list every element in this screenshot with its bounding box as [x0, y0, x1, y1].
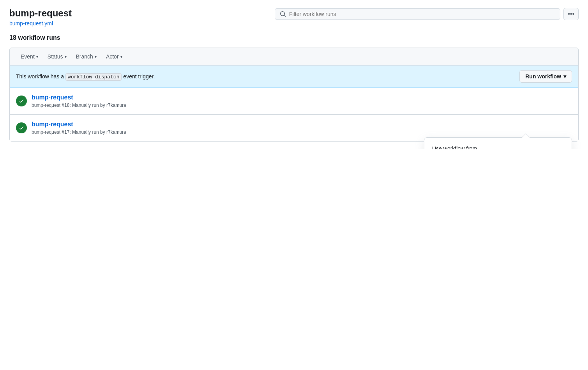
- event-chevron-icon: ▾: [36, 55, 38, 59]
- more-options-button[interactable]: •••: [563, 8, 579, 20]
- dispatch-banner: This workflow has a workflow_dispatch ev…: [10, 66, 578, 88]
- status-filter-label: Status: [48, 53, 63, 60]
- search-box: [275, 8, 560, 20]
- event-filter-label: Event: [21, 53, 35, 60]
- branch-chevron-icon: ▾: [95, 55, 97, 59]
- run-workflow-button[interactable]: Run workflow ▾: [519, 70, 572, 83]
- actor-filter-button[interactable]: Actor ▾: [101, 52, 127, 61]
- page-title: bump-request: [9, 8, 72, 19]
- status-filter-button[interactable]: Status ▾: [43, 52, 71, 61]
- run-info: bump-request bump-request #18: Manually …: [32, 94, 126, 108]
- event-filter-button[interactable]: Event ▾: [16, 52, 43, 61]
- run-workflow-popup: Use workflow from Branch: main ▾ How to …: [424, 137, 572, 149]
- workflow-count: 18 workflow runs: [9, 34, 579, 41]
- page-container: bump-request bump-request.yml ••• 18 wor…: [0, 0, 588, 149]
- table-row: bump-request bump-request #18: Manually …: [10, 88, 578, 115]
- run-info: bump-request bump-request #17: Manually …: [32, 121, 126, 135]
- header-right: •••: [275, 8, 579, 20]
- run-workflow-chevron-icon: ▾: [563, 73, 566, 80]
- branch-filter-label: Branch: [76, 53, 93, 60]
- status-success-icon: [16, 122, 27, 133]
- workflow-runs-list: bump-request bump-request #18: Manually …: [10, 88, 578, 141]
- dispatch-text: This workflow has a workflow_dispatch ev…: [16, 73, 155, 80]
- run-title[interactable]: bump-request: [32, 94, 126, 101]
- dispatch-text-before: This workflow has a: [16, 73, 64, 80]
- dispatch-text-after: event trigger.: [123, 73, 155, 80]
- header-left: bump-request bump-request.yml: [9, 8, 72, 27]
- filter-bar: Event ▾ Status ▾ Branch ▾ Actor ▾: [10, 48, 578, 66]
- actor-chevron-icon: ▾: [120, 55, 122, 59]
- run-workflow-label: Run workflow: [525, 73, 561, 80]
- status-chevron-icon: ▾: [65, 55, 67, 59]
- yml-link[interactable]: bump-request.yml: [9, 20, 53, 27]
- dispatch-code: workflow_dispatch: [65, 73, 122, 81]
- run-title[interactable]: bump-request: [32, 121, 126, 128]
- search-icon: [280, 11, 286, 17]
- popup-title: Use workflow from: [432, 145, 564, 149]
- branch-filter-button[interactable]: Branch ▾: [71, 52, 101, 61]
- run-subtitle: bump-request #17: Manually run by r7kamu…: [32, 129, 126, 135]
- run-subtitle: bump-request #18: Manually run by r7kamu…: [32, 103, 126, 108]
- search-input[interactable]: [289, 11, 555, 17]
- header-row: bump-request bump-request.yml •••: [9, 8, 579, 27]
- actor-filter-label: Actor: [106, 53, 119, 60]
- filter-bar-container: Event ▾ Status ▾ Branch ▾ Actor ▾ This w…: [9, 48, 579, 142]
- status-success-icon: [16, 96, 27, 106]
